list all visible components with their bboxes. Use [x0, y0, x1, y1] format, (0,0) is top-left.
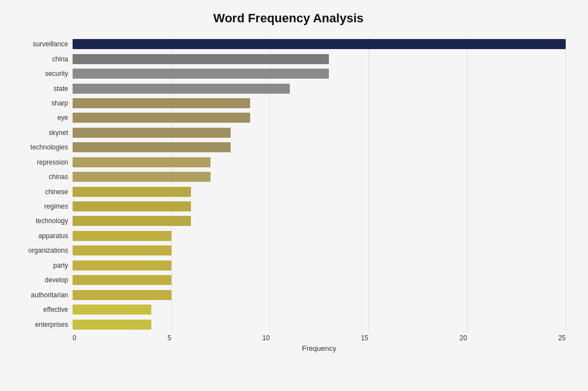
y-axis-label: party: [53, 262, 68, 269]
bar: [73, 84, 290, 94]
y-axis: surveillancechinasecuritystatesharpeyesk…: [11, 37, 73, 332]
bar: [73, 54, 329, 64]
x-axis-area: 0510152025 Frequency: [73, 332, 566, 353]
bar-row: [73, 230, 566, 242]
x-axis-title: Frequency: [73, 344, 566, 353]
grid-line: [467, 37, 467, 332]
bar: [73, 113, 250, 123]
bar-row: [73, 112, 566, 124]
x-tick-label: 15: [361, 334, 368, 342]
bar-row: [73, 83, 566, 95]
bar-row: [73, 200, 566, 213]
bar: [73, 142, 231, 152]
x-tick-label: 25: [558, 334, 566, 342]
y-axis-label: state: [54, 85, 68, 92]
plot-area: [73, 37, 566, 332]
bar-row: [73, 244, 566, 257]
bar: [73, 187, 191, 197]
x-tick-label: 0: [73, 334, 77, 342]
bar: [73, 39, 566, 49]
bar-row: [73, 215, 566, 227]
bar: [73, 260, 171, 271]
y-axis-label: repression: [37, 159, 68, 166]
y-axis-label: technology: [36, 218, 68, 224]
bar-row: [73, 303, 566, 316]
bar: [73, 216, 191, 226]
bar: [73, 157, 211, 167]
bar-row: [73, 289, 566, 301]
y-axis-label: skynet: [49, 129, 68, 136]
chart-container: Word Frequency Analysis surveillancechin…: [0, 0, 588, 391]
y-axis-label: effective: [44, 306, 68, 313]
y-axis-label: enterprises: [35, 321, 68, 328]
x-tick-label: 10: [262, 334, 270, 342]
x-tick-label: 20: [460, 334, 467, 342]
y-axis-label: apparatus: [39, 233, 68, 239]
x-tick-label: 5: [168, 334, 171, 342]
bar: [73, 98, 250, 108]
y-axis-label: surveillance: [33, 41, 68, 47]
y-axis-label: china: [52, 56, 68, 62]
bar: [73, 201, 191, 211]
bar: [73, 290, 171, 300]
y-axis-label: technologies: [31, 144, 68, 151]
bar: [73, 128, 231, 138]
chart-title: Word Frequency Analysis: [11, 11, 566, 26]
bar: [73, 275, 171, 285]
grid-line: [270, 37, 270, 332]
grid-line: [566, 37, 566, 332]
y-axis-label: regimes: [44, 203, 68, 210]
bar: [73, 320, 151, 330]
bar-row: [73, 274, 566, 286]
bar: [73, 305, 151, 315]
bar: [73, 172, 211, 182]
y-axis-label: organizations: [28, 247, 68, 254]
y-axis-label: security: [45, 70, 68, 77]
y-axis-label: chinese: [45, 189, 68, 195]
bar: [73, 231, 171, 241]
y-axis-label: eye: [58, 114, 68, 121]
bar-row: [73, 127, 566, 139]
bar-row: [73, 67, 566, 80]
y-axis-label: develop: [45, 277, 68, 283]
bar-row: [73, 141, 566, 153]
bar: [73, 245, 171, 255]
grid-line: [369, 37, 369, 332]
bar-row: [73, 156, 566, 168]
bar-row: [73, 53, 566, 65]
bar-row: [73, 97, 566, 109]
bar-row: [73, 186, 566, 198]
grid-line: [171, 37, 172, 332]
bar: [73, 69, 329, 79]
bar-row: [73, 318, 566, 331]
bar-row: [73, 259, 566, 272]
y-axis-label: sharp: [51, 100, 68, 107]
bar-row: [73, 171, 566, 183]
y-axis-label: chinas: [49, 173, 68, 180]
y-axis-label: authoritarian: [31, 292, 68, 298]
bar-row: [73, 38, 566, 50]
